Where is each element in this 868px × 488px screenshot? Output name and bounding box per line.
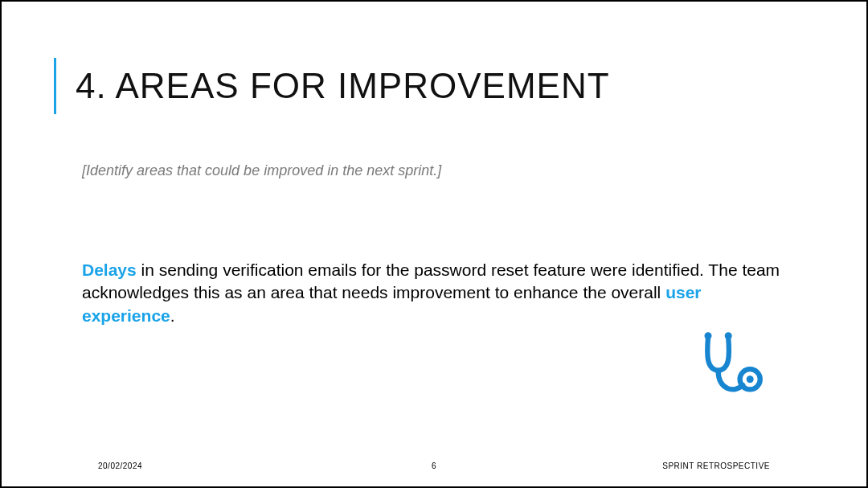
svg-point-3 xyxy=(747,375,754,383)
body-text-2: . xyxy=(170,306,175,325)
slide-subtitle: [Identify areas that could be improved i… xyxy=(82,162,441,179)
footer-date: 20/02/2024 xyxy=(98,461,142,470)
footer-page-number: 6 xyxy=(432,461,436,470)
footer-label: SPRINT RETROSPECTIVE xyxy=(662,461,770,470)
slide-title: 4. AREAS FOR IMPROVEMENT xyxy=(76,66,610,106)
title-block: 4. AREAS FOR IMPROVEMENT xyxy=(54,58,610,114)
slide: 4. AREAS FOR IMPROVEMENT [Identify areas… xyxy=(0,0,868,488)
footer: 20/02/2024 6 SPRINT RETROSPECTIVE xyxy=(2,461,866,470)
body-text: Delays in sending verification emails fo… xyxy=(82,259,786,327)
highlight-delays: Delays xyxy=(82,260,137,279)
stethoscope-icon xyxy=(694,327,766,400)
title-accent-rule xyxy=(54,58,56,114)
